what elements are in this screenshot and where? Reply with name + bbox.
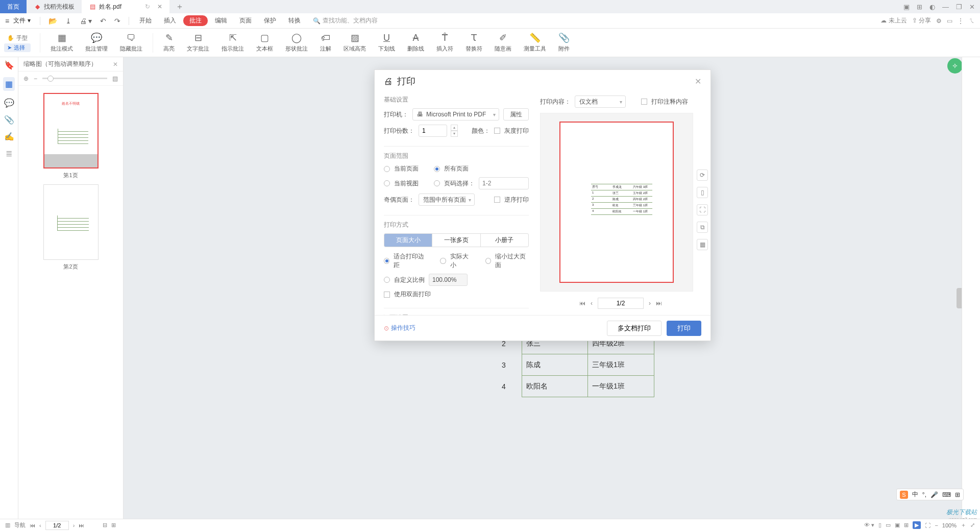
tool-measure[interactable]: 📏测量工具 [519,31,551,55]
menu-page[interactable]: 页面 [234,16,257,25]
shape-annot-icon: ◯ [291,33,302,43]
settings-icon[interactable]: ⚙ [936,17,942,25]
tool-highlight[interactable]: ✎高亮 [158,31,180,55]
window-minimize-icon[interactable]: — [942,3,949,11]
tool-annotate-manage[interactable]: 💬批注管理 [80,31,113,55]
hide-annot-icon: 🗨 [127,33,136,43]
tab-refresh-icon[interactable]: ↻ [145,3,150,10]
apps-icon[interactable]: ⊞ [917,3,922,11]
tab-close-icon[interactable]: ✕ [157,3,162,10]
tool-text-annot[interactable]: ⊟文字批注 [182,31,214,55]
cursor-icon: ➤ [7,44,12,51]
strike-icon: A [412,33,419,43]
highlight-icon: ✎ [165,33,173,43]
menu-annotate[interactable]: 批注 [183,15,208,26]
menu-convert[interactable]: 转换 [283,16,306,25]
message-icon[interactable]: ▭ [947,17,952,25]
tab-home-label: 首页 [7,3,19,11]
menu-protect[interactable]: 保护 [259,16,281,25]
avatar-icon[interactable]: ◐ [929,3,935,11]
print-icon[interactable]: 🖨 ▾ [77,17,95,25]
layout-icon[interactable]: ▣ [903,3,910,11]
open-icon[interactable]: 📂 [45,17,60,25]
tool-replace[interactable]: Ꚍ替换符 [460,31,487,55]
tool-strike[interactable]: A删除线 [402,31,429,55]
freehand-icon: ✐ [499,33,507,43]
share-button[interactable]: ⇪ 分享 [912,16,931,25]
tool-freehand[interactable]: ✐随意画 [489,31,517,55]
hand-icon: ✋ [7,35,14,41]
replace-icon: Ꚍ [471,33,477,43]
tab-document[interactable]: ▤ 姓名.pdf ↻ ✕ [82,0,169,13]
select-mode[interactable]: ➤选择 [4,43,31,52]
tool-note[interactable]: 🏷注解 [315,31,336,55]
tool-area-highlight[interactable]: ▨区域高亮 [338,31,371,55]
redo-icon[interactable]: ↷ [111,17,124,25]
annotate-mode-icon: ▦ [58,33,66,43]
text-annot-icon: ⊟ [194,33,202,43]
tool-hide-annot[interactable]: 🗨隐藏批注 [115,31,148,55]
attachment-icon: 📎 [558,33,570,43]
menu-edit[interactable]: 编辑 [210,16,232,25]
template-icon: ◆ [34,3,41,10]
note-icon: 🏷 [321,33,330,43]
tool-attachment[interactable]: 📎附件 [553,31,575,55]
pointer-annot-icon: ⇱ [229,33,237,43]
tool-annotate-mode[interactable]: ▦批注模式 [45,31,78,55]
caret-icon: T̂ [442,33,448,43]
window-restore-icon[interactable]: ❐ [956,3,962,11]
menu-insert[interactable]: 插入 [159,16,181,25]
tab-document-label: 姓名.pdf [99,3,121,11]
textbox-icon: ▢ [260,33,269,43]
tool-shape-annot[interactable]: ◯形状批注 [280,31,313,55]
tab-home[interactable]: 首页 [0,0,27,13]
pdf-icon: ▤ [89,3,96,10]
tab-add-button[interactable]: ＋ [169,2,190,12]
undo-icon[interactable]: ↶ [97,17,109,25]
hand-mode[interactable]: ✋手型 [4,34,31,42]
underline-icon: U [383,33,390,43]
tab-templates[interactable]: ◆ 找稻壳模板 [27,0,82,13]
window-close-icon[interactable]: ✕ [969,3,975,11]
tool-underline[interactable]: U下划线 [373,31,400,55]
menu-start[interactable]: 开始 [134,16,157,25]
download-icon[interactable]: ⤓ [62,17,75,25]
tool-pointer-annot[interactable]: ⇱指示批注 [216,31,249,55]
area-highlight-icon: ▨ [351,33,359,43]
tab-templates-label: 找稻壳模板 [44,3,75,11]
tool-textbox[interactable]: ▢文本框 [251,31,278,55]
measure-icon: 📏 [529,33,541,43]
cloud-status[interactable]: ☁ 未上云 [880,16,906,25]
hamburger-icon[interactable]: ≡ [5,17,9,25]
tool-caret[interactable]: T̂插入符 [431,31,458,55]
more-icon[interactable]: ⋮ [958,17,964,25]
annotate-manage-icon: 💬 [91,33,102,43]
search-box[interactable]: 🔍 查找功能、文档内容 [313,16,378,25]
file-menu[interactable]: 文件 ▾ [13,16,30,25]
collapse-ribbon-icon[interactable]: ㄟ [969,16,975,25]
